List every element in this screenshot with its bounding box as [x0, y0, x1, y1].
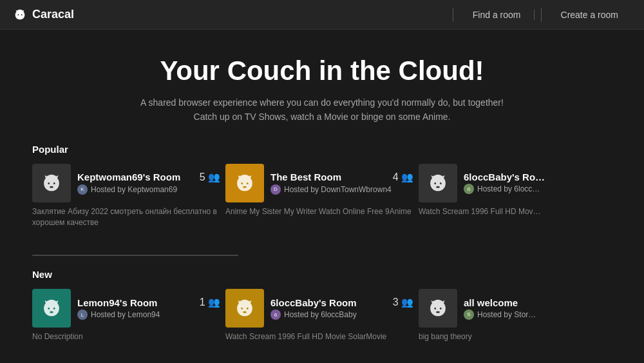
room-card[interactable]: The Best Room 4 👥 D Hosted by DownTownWb… — [225, 164, 419, 239]
hero-section: Your Couch in the Cloud! A shared browse… — [0, 30, 644, 144]
hosted-by-label: Hosted by 6loccBaby — [284, 310, 357, 319]
app-logo[interactable]: Caracal — [13, 8, 74, 22]
room-title-row: Lemon94's Room 1 👥 — [77, 297, 220, 308]
room-host: D Hosted by DownTownWbrown4 — [270, 184, 413, 195]
room-card[interactable]: Keptwoman69's Room 5 👥 K Hosted by Keptw… — [32, 164, 225, 239]
room-title: Keptwoman69's Room — [77, 172, 180, 182]
room-count: 3 👥 — [393, 297, 413, 308]
main-nav: Find a room Create a room — [460, 8, 631, 22]
room-header: 6loccBaby's Ro… 6 Hosted by 6locc… — [419, 164, 607, 202]
room-info: Lemon94's Room 1 👥 L Hosted by Lemon94 — [77, 297, 220, 320]
room-description: Watch Scream 1996 Full HD Movie SolarMov… — [225, 331, 413, 342]
room-header: Lemon94's Room 1 👥 L Hosted by Lemon94 — [32, 289, 220, 328]
room-info: The Best Room 4 👥 D Hosted by DownTownWb… — [270, 172, 413, 195]
find-room-link[interactable]: Find a room — [460, 10, 535, 20]
room-card[interactable]: 6loccBaby's Room 3 👥 6 Hosted by 6loccBa… — [225, 289, 419, 353]
hosted-by-label: Hosted by Keptwoman69 — [91, 185, 177, 194]
room-thumbnail — [32, 164, 71, 202]
room-info: Keptwoman69's Room 5 👥 K Hosted by Keptw… — [77, 172, 220, 195]
room-description: No Description — [32, 331, 220, 342]
room-description: Anime My Sister My Writer Watch Online F… — [225, 206, 413, 217]
room-host: L Hosted by Lemon94 — [77, 309, 220, 320]
logo-icon — [13, 8, 27, 22]
room-thumbnail — [419, 164, 457, 202]
room-info: all welcome S Hosted by Stor… — [464, 297, 607, 320]
room-thumbnail — [225, 164, 264, 202]
room-thumbnail — [32, 289, 71, 328]
room-host: 6 Hosted by 6loccBaby — [270, 309, 413, 320]
room-thumbnail — [225, 289, 264, 328]
room-description: Заклятие Абизу 2022 смотреть онлайн бесп… — [32, 206, 220, 228]
new-rooms-grid: Lemon94's Room 1 👥 L Hosted by Lemon94 N… — [32, 289, 612, 353]
room-card[interactable]: all welcome S Hosted by Stor… big bang t… — [419, 289, 612, 353]
nav-divider-2 — [541, 8, 542, 22]
hero-title: Your Couch in the Cloud! — [13, 55, 631, 86]
create-room-link[interactable]: Create a room — [548, 10, 631, 20]
room-title-row: all welcome — [464, 297, 607, 308]
popular-label: Popular — [32, 144, 612, 155]
room-title: Lemon94's Room — [77, 297, 157, 308]
room-count: 5 👥 — [200, 172, 220, 183]
room-header: 6loccBaby's Room 3 👥 6 Hosted by 6loccBa… — [225, 289, 413, 328]
new-label: New — [32, 269, 612, 280]
room-host: K Hosted by Keptwoman69 — [77, 184, 220, 195]
new-section: New Lemon94's Room 1 👥 L Hosted by Lemon… — [0, 269, 644, 363]
room-card[interactable]: Lemon94's Room 1 👥 L Hosted by Lemon94 N… — [32, 289, 225, 353]
nav-divider — [453, 8, 453, 22]
room-info: 6loccBaby's Ro… 6 Hosted by 6locc… — [464, 172, 607, 194]
room-host: S Hosted by Stor… — [464, 309, 607, 320]
room-count: 4 👥 — [393, 172, 413, 183]
room-description: big bang theory — [419, 331, 607, 342]
room-title: 6loccBaby's Ro… — [464, 172, 545, 182]
hosted-by-label: Hosted by Stor… — [477, 310, 536, 319]
hosted-by-label: Hosted by 6locc… — [477, 184, 540, 193]
room-description: Watch Scream 1996 Full HD Mov… — [419, 206, 607, 217]
room-title-row: 6loccBaby's Ro… — [464, 172, 607, 182]
room-host: 6 Hosted by 6locc… — [464, 184, 607, 194]
room-header: The Best Room 4 👥 D Hosted by DownTownWb… — [225, 164, 413, 202]
hero-subtitle1: A shared browser experience where you ca… — [13, 95, 631, 110]
room-title: 6loccBaby's Room — [270, 297, 357, 308]
room-header: Keptwoman69's Room 5 👥 K Hosted by Keptw… — [32, 164, 220, 202]
room-title-row: The Best Room 4 👥 — [270, 172, 413, 183]
room-title-row: 6loccBaby's Room 3 👥 — [270, 297, 413, 308]
app-name: Caracal — [32, 8, 74, 21]
room-title: all welcome — [464, 297, 518, 308]
room-count: 1 👥 — [200, 297, 220, 308]
popular-separator — [32, 255, 238, 256]
room-info: 6loccBaby's Room 3 👥 6 Hosted by 6loccBa… — [270, 297, 413, 320]
room-title-row: Keptwoman69's Room 5 👥 — [77, 172, 220, 183]
room-thumbnail — [419, 289, 457, 328]
hero-subtitle2: Catch up on TV Shows, watch a Movie or b… — [13, 110, 631, 124]
popular-rooms-grid: Keptwoman69's Room 5 👥 K Hosted by Keptw… — [32, 164, 612, 239]
popular-section: Popular Keptwoman69's Room 5 👥 K Hosted … — [0, 144, 644, 251]
room-card[interactable]: 6loccBaby's Ro… 6 Hosted by 6locc… Watch… — [419, 164, 612, 239]
room-header: all welcome S Hosted by Stor… — [419, 289, 607, 328]
hosted-by-label: Hosted by Lemon94 — [91, 310, 160, 319]
room-title: The Best Room — [270, 172, 341, 182]
hosted-by-label: Hosted by DownTownWbrown4 — [284, 185, 392, 194]
